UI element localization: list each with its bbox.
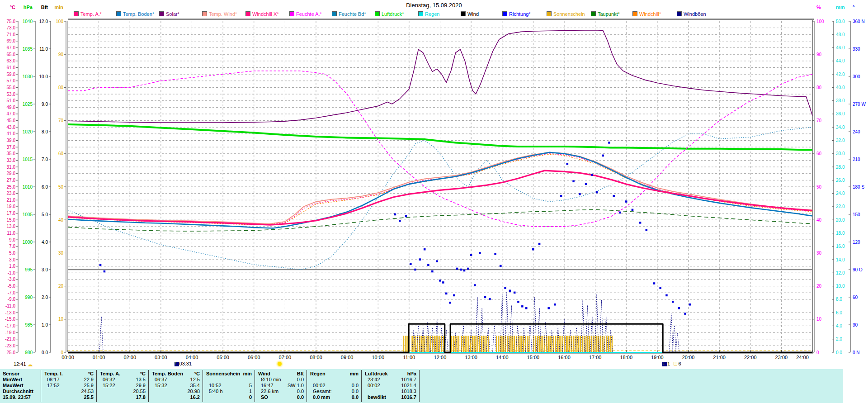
svg-text:46.0: 46.0 (836, 45, 845, 50)
time-tick-label: 24:00 (796, 355, 809, 360)
svg-text:1.0: 1.0 (42, 322, 48, 327)
svg-text:30: 30 (58, 251, 64, 256)
svg-text:21.0: 21.0 (7, 198, 16, 203)
table-row-label: Durchschnitt (3, 389, 52, 394)
svg-text:-21.0: -21.0 (5, 337, 15, 341)
svg-text:270 W: 270 W (853, 102, 866, 107)
svg-text:50.0: 50.0 (836, 19, 845, 24)
table-value: 0.0 (310, 389, 359, 394)
svg-text:22.0: 22.0 (836, 204, 845, 209)
time-tick-label: 22:00 (744, 355, 757, 360)
time-tick-label: 02:00 (123, 355, 136, 360)
svg-text:1025: 1025 (23, 102, 33, 107)
svg-text:80: 80 (816, 85, 822, 90)
svg-text:1010: 1010 (23, 185, 33, 190)
table-value: 5 (206, 383, 252, 389)
table-value: 1021.4 (365, 383, 416, 389)
svg-text:73.0: 73.0 (7, 25, 16, 30)
svg-text:-7.0: -7.0 (8, 290, 16, 295)
axis-hPa: 1040103510301025102010151010100510009959… (23, 5, 35, 355)
marker-sunset: ↓1 (662, 361, 670, 366)
svg-text:69.0: 69.0 (7, 38, 16, 43)
svg-text:34.0: 34.0 (836, 125, 845, 130)
svg-text:985: 985 (25, 322, 33, 327)
svg-text:90: 90 (58, 52, 64, 57)
svg-text:67.0: 67.0 (7, 45, 16, 50)
svg-text:10: 10 (58, 317, 64, 322)
sun-moon-markers: ↑03:31↓16 (0, 361, 868, 368)
svg-text:26.0: 26.0 (836, 178, 845, 183)
svg-text:100: 100 (816, 19, 824, 24)
svg-text:50: 50 (58, 185, 64, 190)
svg-text:37.0: 37.0 (7, 145, 16, 150)
table-row-label: MaxWert (3, 383, 52, 389)
svg-text:60: 60 (853, 295, 858, 300)
svg-text:1020: 1020 (23, 129, 33, 134)
svg-text:2.0: 2.0 (42, 295, 48, 300)
table-value: 1016.7 (365, 377, 416, 383)
svg-text:330: 330 (853, 47, 860, 52)
svg-text:3.0: 3.0 (9, 257, 15, 262)
svg-text:0.0: 0.0 (836, 350, 842, 355)
table-value: 20.98 (152, 389, 200, 394)
svg-text:24.0: 24.0 (836, 191, 845, 196)
axis-unit-Bft: Bft (41, 5, 48, 10)
table-value: 35.4 (152, 383, 200, 389)
table-header-unit: min (206, 371, 252, 377)
svg-text:300: 300 (853, 74, 860, 79)
svg-text:55.0: 55.0 (7, 85, 16, 90)
svg-text:990: 990 (25, 295, 33, 300)
svg-text:75.0: 75.0 (7, 19, 16, 24)
svg-text:71.0: 71.0 (7, 32, 16, 37)
marker-moonphase: 6 (674, 361, 681, 366)
svg-text:61.0: 61.0 (7, 65, 16, 70)
svg-text:1005: 1005 (23, 212, 33, 217)
svg-text:35.0: 35.0 (7, 151, 16, 156)
svg-text:-5.0: -5.0 (8, 284, 16, 289)
svg-text:60: 60 (816, 151, 822, 156)
svg-text:1015: 1015 (23, 157, 33, 162)
svg-text:57.0: 57.0 (7, 78, 16, 83)
axis-unit-hPa: hPa (24, 5, 33, 10)
table-column-separator (203, 370, 203, 402)
svg-text:20: 20 (58, 284, 64, 289)
svg-text:8.0: 8.0 (42, 129, 48, 134)
svg-text:59.0: 59.0 (7, 72, 16, 77)
svg-text:12.0: 12.0 (836, 270, 845, 275)
svg-text:20.0: 20.0 (836, 218, 845, 223)
svg-text:9.0: 9.0 (9, 237, 15, 242)
sunset-icon: ↓ (662, 362, 667, 366)
svg-text:28.0: 28.0 (836, 165, 845, 170)
svg-text:63.0: 63.0 (7, 58, 16, 63)
table-column-separator (419, 370, 420, 402)
svg-text:25.0: 25.0 (7, 185, 16, 190)
svg-text:30: 30 (816, 251, 822, 256)
svg-text:40.0: 40.0 (836, 85, 845, 90)
svg-text:45.0: 45.0 (7, 118, 16, 123)
svg-text:-11.0: -11.0 (5, 303, 15, 308)
svg-text:-13.0: -13.0 (5, 310, 15, 315)
svg-text:47.0: 47.0 (7, 111, 16, 116)
svg-text:65.0: 65.0 (7, 52, 16, 57)
marker-sunrise (278, 361, 282, 366)
svg-text:120: 120 (853, 240, 860, 245)
marker-label: 1 (667, 361, 670, 366)
table-value: 12.5 (152, 377, 200, 383)
table-header-unit: Bft (258, 371, 304, 377)
time-tick-label: 15:00 (527, 355, 540, 360)
svg-text:3.0: 3.0 (42, 267, 48, 272)
axis-deg: 360 N330300270 W240210180 S15012090 O603… (849, 5, 866, 355)
plot-border (68, 19, 814, 353)
cloud-icon: ☁ (28, 361, 33, 368)
svg-text:4.0: 4.0 (42, 240, 48, 245)
moonphase-icon (674, 362, 677, 365)
time-tick-label: 23:00 (775, 355, 788, 360)
table-value: 0 (206, 394, 252, 400)
svg-text:995: 995 (25, 267, 33, 272)
svg-text:7.0: 7.0 (9, 244, 15, 249)
svg-text:32.0: 32.0 (836, 138, 845, 143)
svg-text:1.0: 1.0 (9, 264, 15, 269)
svg-text:40: 40 (58, 218, 64, 223)
time-tick-label: 14:00 (496, 355, 509, 360)
svg-text:53.0: 53.0 (7, 92, 16, 97)
